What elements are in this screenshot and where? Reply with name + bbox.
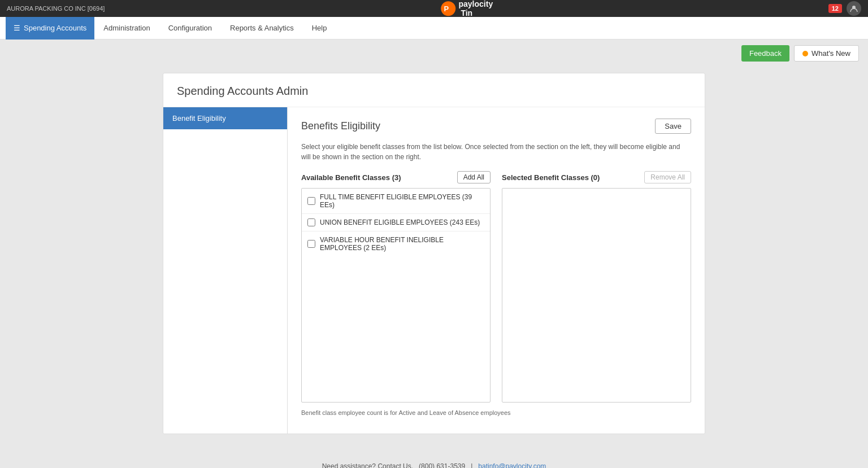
footer-phone: (800) 631-3539 <box>419 462 465 468</box>
card-header: Spending Accounts Admin <box>163 73 705 107</box>
action-bar: Feedback What's New <box>0 40 868 67</box>
selected-panel: Selected Benefit Classes (0) Remove All <box>502 171 691 403</box>
selected-panel-list <box>502 188 691 403</box>
nav-bar: ☰ Spending Accounts Administration Confi… <box>0 17 868 40</box>
save-button[interactable]: Save <box>655 119 691 134</box>
available-item-checkbox-1[interactable] <box>307 218 315 226</box>
whats-new-dot <box>802 51 808 56</box>
sidebar: Benefit Eligibility <box>163 107 288 434</box>
company-name: AURORA PACKING CO INC [0694] <box>7 5 105 12</box>
paylocity-logo: P paylocity Tin <box>440 0 493 18</box>
user-avatar[interactable] <box>847 1 861 16</box>
content-card: Spending Accounts Admin Benefit Eligibil… <box>163 73 705 434</box>
section-title: Benefits Eligibility <box>301 120 380 132</box>
main-container: Spending Accounts Admin Benefit Eligibil… <box>0 67 868 451</box>
footnote: Benefit class employee count is for Acti… <box>301 409 691 416</box>
footer-text: Need assistance? Contact Us. <box>322 462 413 468</box>
footer-email[interactable]: batinfo@paylocity.com <box>478 462 546 468</box>
benefit-panels: Available Benefit Classes (3) Add All FU… <box>301 171 691 403</box>
available-item-label-2: VARIABLE HOUR BENEFIT INELIGIBLE EMPLOYE… <box>320 236 484 252</box>
content-area: Benefits Eligibility Save Select your el… <box>288 107 705 434</box>
nav-configuration[interactable]: Configuration <box>159 17 221 40</box>
footer: Need assistance? Contact Us. (800) 631-3… <box>0 451 868 468</box>
available-panel-header: Available Benefit Classes (3) Add All <box>301 171 491 183</box>
nav-administration[interactable]: Administration <box>94 17 159 40</box>
add-all-button[interactable]: Add All <box>457 171 491 183</box>
notification-badge[interactable]: 12 <box>828 4 842 13</box>
whats-new-button[interactable]: What's New <box>794 45 859 62</box>
content-area-header: Benefits Eligibility Save <box>301 119 691 134</box>
sidebar-item-benefit-eligibility[interactable]: Benefit Eligibility <box>163 107 287 129</box>
available-item-label-1: UNION BENEFIT ELIGIBLE EMPLOYEES (243 EE… <box>320 218 480 226</box>
list-item: UNION BENEFIT ELIGIBLE EMPLOYEES (243 EE… <box>302 214 490 231</box>
available-item-checkbox-0[interactable] <box>307 197 315 205</box>
available-item-label-0: FULL TIME BENEFIT ELIGIBLE EMPLOYEES (39… <box>320 193 484 209</box>
card-body: Benefit Eligibility Benefits Eligibility… <box>163 107 705 434</box>
instruction-text: Select your eligible benefit classes fro… <box>301 142 691 162</box>
paylocity-logo-icon: P <box>440 1 457 17</box>
available-panel-title: Available Benefit Classes (3) <box>301 173 401 182</box>
list-item: FULL TIME BENEFIT ELIGIBLE EMPLOYEES (39… <box>302 189 490 214</box>
available-panel: Available Benefit Classes (3) Add All FU… <box>301 171 491 403</box>
logo-app-name: paylocity Tin <box>458 0 493 18</box>
top-bar: AURORA PACKING CO INC [0694] P paylocity… <box>0 0 868 17</box>
available-item-checkbox-2[interactable] <box>307 240 315 248</box>
nav-reports-analytics[interactable]: Reports & Analytics <box>221 17 303 40</box>
nav-spending-label: Spending Accounts <box>24 24 86 32</box>
feedback-button[interactable]: Feedback <box>741 45 789 62</box>
page-title: Spending Accounts Admin <box>177 85 691 98</box>
svg-text:P: P <box>444 5 449 13</box>
footer-separator: | <box>471 462 472 468</box>
remove-all-button[interactable]: Remove All <box>644 171 691 183</box>
nav-help[interactable]: Help <box>303 17 336 40</box>
list-item: VARIABLE HOUR BENEFIT INELIGIBLE EMPLOYE… <box>302 231 490 256</box>
selected-panel-header: Selected Benefit Classes (0) Remove All <box>502 171 691 183</box>
nav-spending-accounts[interactable]: ☰ Spending Accounts <box>6 17 94 40</box>
selected-panel-title: Selected Benefit Classes (0) <box>502 173 600 182</box>
available-panel-list: FULL TIME BENEFIT ELIGIBLE EMPLOYEES (39… <box>301 188 491 403</box>
top-bar-right: 12 <box>828 1 861 16</box>
hamburger-icon: ☰ <box>14 24 20 32</box>
